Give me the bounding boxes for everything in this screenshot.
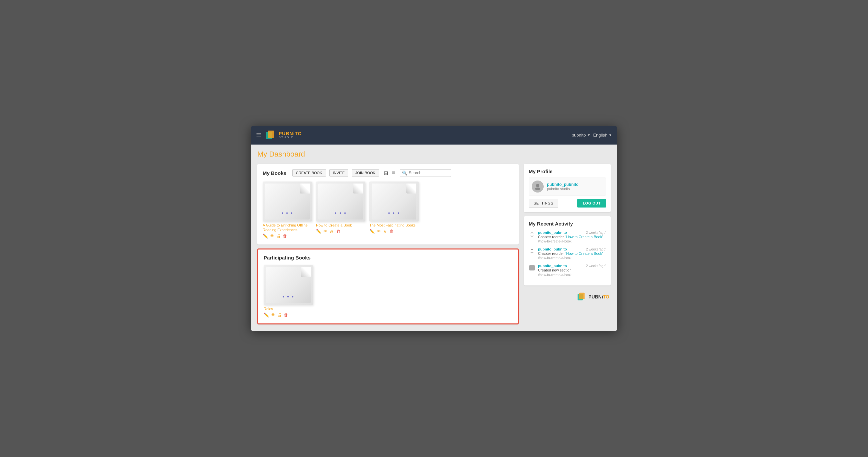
- list-view-icon[interactable]: ≡: [391, 169, 396, 176]
- settings-button[interactable]: SETTINGS: [529, 199, 558, 207]
- edit-icon[interactable]: ✏️: [369, 229, 375, 234]
- app-window: ☰ PUBNiTO STUDIO pubnito ▼ English ▼: [251, 126, 617, 331]
- my-books-title: My Books: [263, 170, 286, 176]
- book-info: Roles ✏️ 👁 🖨 🗑: [264, 305, 313, 318]
- footer-logo-icon: [577, 292, 586, 301]
- right-panel: My Profile pubnito_pubnito pubnito studi…: [524, 164, 611, 325]
- activity-tag: #how-to-create-a-book: [538, 239, 606, 243]
- lang-caret-icon: ▼: [609, 133, 612, 137]
- activity-item: pubnito_pubnito 2 weeks 'ago' Chapter re…: [529, 230, 606, 243]
- left-panel: My Books CREATE BOOK INVITE JOIN BOOK ⊞ …: [257, 164, 519, 325]
- view-icon[interactable]: 👁: [271, 313, 275, 318]
- grid-view-icon[interactable]: ⊞: [382, 169, 389, 177]
- activity-desc-link[interactable]: "How to Create a Book": [565, 252, 603, 256]
- logo-pubnito: PUBNiTO: [279, 131, 302, 136]
- activity-time: 2 weeks 'ago': [586, 264, 606, 268]
- activity-top: pubnito_pubnito 2 weeks 'ago': [538, 230, 606, 234]
- book-cover[interactable]: • • •: [263, 182, 312, 222]
- book-cover-inner: • • •: [265, 184, 309, 220]
- navbar-left: ☰ PUBNiTO STUDIO: [256, 130, 302, 140]
- search-input[interactable]: [409, 170, 449, 175]
- print-icon[interactable]: 🖨: [330, 229, 334, 234]
- language-menu[interactable]: English ▼: [593, 133, 612, 137]
- user-info: pubnito_pubnito pubnito studio: [547, 182, 579, 191]
- book-info: How to Create a Book ✏️ 👁 🖨 🗑: [316, 222, 365, 234]
- book-actions: ✏️ 👁 🖨 🗑: [316, 229, 365, 234]
- book-cover[interactable]: • • •: [264, 265, 313, 305]
- logo: PUBNiTO STUDIO: [265, 130, 302, 140]
- my-books-card: My Books CREATE BOOK INVITE JOIN BOOK ⊞ …: [257, 164, 519, 245]
- content-layout: My Books CREATE BOOK INVITE JOIN BOOK ⊞ …: [257, 164, 611, 325]
- activity-desc-link[interactable]: "How to Create a Book": [565, 235, 603, 239]
- footer-logo-to: TO: [603, 294, 609, 299]
- activity-time: 2 weeks 'ago': [586, 231, 606, 234]
- create-book-button[interactable]: CREATE BOOK: [292, 169, 326, 176]
- activity-header: My Recent Activity: [529, 221, 606, 227]
- svg-rect-7: [579, 292, 585, 299]
- book-cover[interactable]: • • •: [316, 182, 365, 222]
- edit-icon[interactable]: ✏️: [263, 233, 268, 238]
- activity-desc-prefix: Chapter reorder: [538, 235, 565, 239]
- activity-content: pubnito_pubnito 2 weeks 'ago' Created ne…: [538, 264, 606, 276]
- activity-top: pubnito_pubnito 2 weeks 'ago': [538, 247, 606, 251]
- hamburger-icon[interactable]: ☰: [256, 132, 261, 139]
- activity-desc-suffix: .: [603, 235, 604, 239]
- edit-icon[interactable]: ✏️: [264, 313, 269, 318]
- activity-desc-prefix: Created new section: [538, 268, 571, 272]
- activity-top: pubnito_pubnito 2 weeks 'ago': [538, 264, 606, 268]
- language-label: English: [593, 133, 607, 137]
- activity-content: pubnito_pubnito 2 weeks 'ago' Chapter re…: [538, 247, 606, 260]
- search-icon[interactable]: 🔍: [402, 170, 407, 175]
- navbar: ☰ PUBNiTO STUDIO pubnito ▼ English ▼: [251, 126, 617, 144]
- print-icon[interactable]: 🖨: [276, 233, 281, 238]
- delete-icon[interactable]: 🗑: [389, 229, 394, 234]
- activity-item: pubnito_pubnito 2 weeks 'ago' Chapter re…: [529, 247, 606, 260]
- logo-icon: [265, 130, 276, 140]
- book-title: The Most Fascinating Books: [369, 223, 418, 228]
- participating-title: Participating Books: [264, 255, 512, 260]
- book-dots: • • •: [282, 294, 294, 300]
- edit-icon[interactable]: ✏️: [316, 229, 321, 234]
- book-item: • • • A Guide to Enriching Offline Readi…: [263, 182, 312, 239]
- svg-point-2: [536, 184, 539, 187]
- invite-button[interactable]: INVITE: [329, 169, 348, 176]
- book-info: The Most Fascinating Books ✏️ 👁 🖨 🗑: [369, 222, 418, 234]
- book-actions: ✏️ 👁 🖨 🗑: [263, 233, 312, 238]
- book-cover[interactable]: • • •: [369, 182, 418, 222]
- delete-icon[interactable]: 🗑: [336, 229, 340, 234]
- join-book-button[interactable]: JOIN BOOK: [352, 169, 379, 176]
- book-cover-inner: • • •: [372, 184, 416, 220]
- activity-desc-prefix: Chapter reorder: [538, 252, 565, 256]
- activity-card: My Recent Activity pubnito_pubnito 2 wee…: [524, 216, 611, 286]
- participating-books-card: Participating Books • • • Roles: [257, 249, 519, 324]
- view-icon[interactable]: 👁: [377, 229, 381, 234]
- activity-item: pubnito_pubnito 2 weeks 'ago' Created ne…: [529, 264, 606, 276]
- my-books-grid: • • • A Guide to Enriching Offline Readi…: [263, 182, 513, 239]
- reorder-icon: [529, 231, 535, 238]
- print-icon[interactable]: 🖨: [277, 313, 282, 318]
- book-dots: • • •: [281, 210, 293, 216]
- activity-desc: Created new section: [538, 268, 606, 273]
- activity-tag: #how-to-create-a-book: [538, 273, 606, 277]
- book-item: • • • Roles ✏️ 👁 🖨 🗑: [264, 265, 313, 318]
- view-toggle: ⊞ ≡: [382, 169, 396, 177]
- activity-desc: Chapter reorder "How to Create a Book".: [538, 234, 606, 239]
- book-title: Roles: [264, 306, 313, 311]
- svg-rect-1: [268, 131, 274, 138]
- avatar: [532, 181, 544, 193]
- activity-desc-suffix: .: [603, 252, 604, 256]
- delete-icon[interactable]: 🗑: [283, 233, 287, 238]
- user-caret-icon: ▼: [587, 133, 591, 137]
- view-icon[interactable]: 👁: [270, 233, 274, 238]
- activity-time: 2 weeks 'ago': [586, 248, 606, 251]
- activity-username: pubnito_pubnito: [538, 247, 567, 251]
- delete-icon[interactable]: 🗑: [284, 313, 288, 318]
- user-menu[interactable]: pubnito ▼: [572, 133, 591, 137]
- activity-content: pubnito_pubnito 2 weeks 'ago' Chapter re…: [538, 230, 606, 243]
- book-dots: • • •: [335, 210, 347, 216]
- logout-button[interactable]: LOG OUT: [577, 199, 606, 207]
- profile-studio: pubnito studio: [547, 187, 579, 191]
- view-icon[interactable]: 👁: [323, 229, 328, 234]
- print-icon[interactable]: 🖨: [383, 229, 388, 234]
- profile-user: pubnito_pubnito pubnito studio: [529, 177, 606, 196]
